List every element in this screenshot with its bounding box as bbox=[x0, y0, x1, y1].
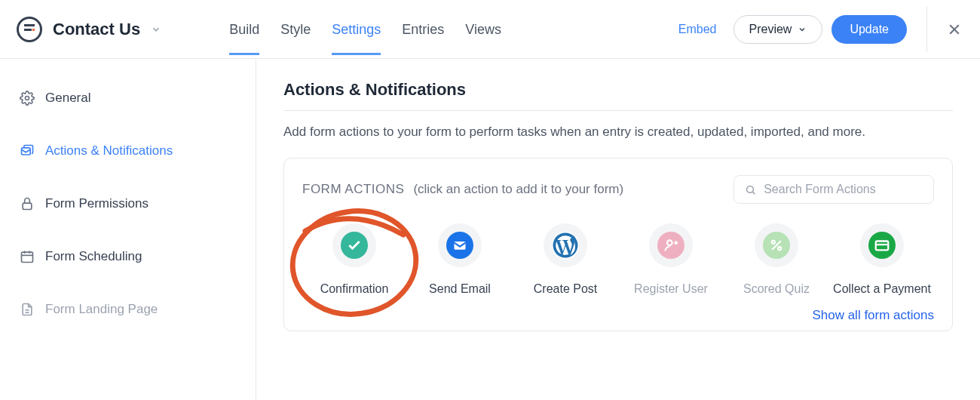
chevron-down-icon bbox=[798, 25, 807, 34]
sidebar-item-landing[interactable]: Form Landing Page bbox=[0, 291, 256, 328]
user-plus-icon bbox=[663, 238, 678, 253]
action-label: Register User bbox=[634, 281, 708, 297]
page-title: Actions & Notifications bbox=[283, 80, 953, 100]
lock-icon bbox=[20, 196, 35, 211]
page-description: Add form actions to your form to perform… bbox=[283, 125, 953, 140]
calendar-icon bbox=[20, 249, 35, 264]
main-nav: Build Style Settings Entries Views bbox=[229, 4, 501, 54]
sidebar-item-scheduling[interactable]: Form Scheduling bbox=[0, 238, 256, 275]
svg-line-21 bbox=[772, 241, 781, 250]
title-dropdown[interactable] bbox=[146, 20, 166, 39]
search-actions[interactable] bbox=[733, 175, 934, 204]
action-scored-quiz[interactable]: Scored Quiz bbox=[727, 223, 825, 297]
sidebar-item-general[interactable]: General bbox=[0, 80, 256, 116]
panel-hint: (click an action to add it to your form) bbox=[413, 182, 623, 197]
svg-point-23 bbox=[778, 247, 781, 250]
settings-sidebar: General Actions & Notifications Form Per… bbox=[0, 59, 256, 400]
search-input[interactable] bbox=[764, 183, 923, 196]
check-icon bbox=[347, 238, 362, 253]
svg-point-2 bbox=[26, 97, 29, 100]
action-send-email[interactable]: Send Email bbox=[411, 223, 509, 297]
svg-rect-5 bbox=[22, 252, 33, 262]
sidebar-item-permissions[interactable]: Form Permissions bbox=[0, 186, 256, 222]
page-icon bbox=[20, 302, 35, 317]
tab-style[interactable]: Style bbox=[280, 4, 311, 54]
svg-line-14 bbox=[752, 192, 755, 194]
svg-point-22 bbox=[772, 241, 775, 244]
title-divider bbox=[283, 110, 953, 111]
action-confirmation[interactable]: Confirmation bbox=[305, 223, 403, 297]
update-button[interactable]: Update bbox=[831, 15, 907, 44]
svg-rect-24 bbox=[876, 242, 889, 251]
email-icon bbox=[452, 238, 467, 253]
percent-icon bbox=[769, 238, 784, 253]
credit-card-icon bbox=[874, 237, 890, 254]
gear-icon bbox=[20, 91, 35, 106]
action-collect-payment[interactable]: Collect a Payment bbox=[833, 223, 931, 297]
form-title: Contact Us bbox=[53, 20, 140, 39]
tab-entries[interactable]: Entries bbox=[402, 4, 444, 54]
preview-button[interactable]: Preview bbox=[733, 15, 823, 44]
svg-rect-3 bbox=[22, 148, 31, 155]
sidebar-item-label: Form Scheduling bbox=[45, 249, 142, 264]
sidebar-item-actions[interactable]: Actions & Notifications bbox=[0, 133, 256, 169]
divider bbox=[926, 7, 927, 52]
svg-point-18 bbox=[667, 240, 672, 245]
sidebar-item-label: Form Landing Page bbox=[45, 302, 158, 317]
panel-title: FORM ACTIONS bbox=[302, 182, 404, 197]
action-label: Confirmation bbox=[320, 281, 389, 297]
main-content: Actions & Notifications Add form actions… bbox=[256, 59, 980, 400]
svg-point-13 bbox=[747, 186, 754, 192]
close-button[interactable] bbox=[942, 17, 966, 42]
action-label: Create Post bbox=[534, 281, 597, 297]
top-bar: Contact Us Build Style Settings Entries … bbox=[0, 0, 980, 59]
action-label: Send Email bbox=[429, 281, 491, 297]
actions-row: Confirmation Send Email Create Post bbox=[302, 219, 934, 300]
close-icon bbox=[947, 22, 962, 37]
show-all-link[interactable]: Show all form actions bbox=[812, 308, 934, 322]
app-logo bbox=[17, 17, 42, 42]
tab-views[interactable]: Views bbox=[465, 4, 501, 54]
sidebar-item-label: General bbox=[45, 91, 90, 106]
notifications-icon bbox=[20, 143, 35, 158]
form-actions-panel: FORM ACTIONS (click an action to add it … bbox=[283, 158, 953, 331]
embed-link[interactable]: Embed bbox=[678, 23, 717, 36]
wordpress-icon bbox=[552, 232, 579, 259]
sidebar-item-label: Actions & Notifications bbox=[45, 143, 173, 158]
search-icon bbox=[745, 183, 756, 196]
action-label: Collect a Payment bbox=[833, 281, 931, 297]
sidebar-item-label: Form Permissions bbox=[45, 196, 149, 211]
action-label: Scored Quiz bbox=[743, 281, 810, 297]
svg-rect-4 bbox=[23, 203, 32, 209]
tab-settings[interactable]: Settings bbox=[332, 4, 381, 54]
action-register-user[interactable]: Register User bbox=[622, 223, 720, 297]
action-create-post[interactable]: Create Post bbox=[516, 223, 614, 297]
preview-label: Preview bbox=[749, 23, 792, 36]
tab-build[interactable]: Build bbox=[229, 4, 259, 54]
